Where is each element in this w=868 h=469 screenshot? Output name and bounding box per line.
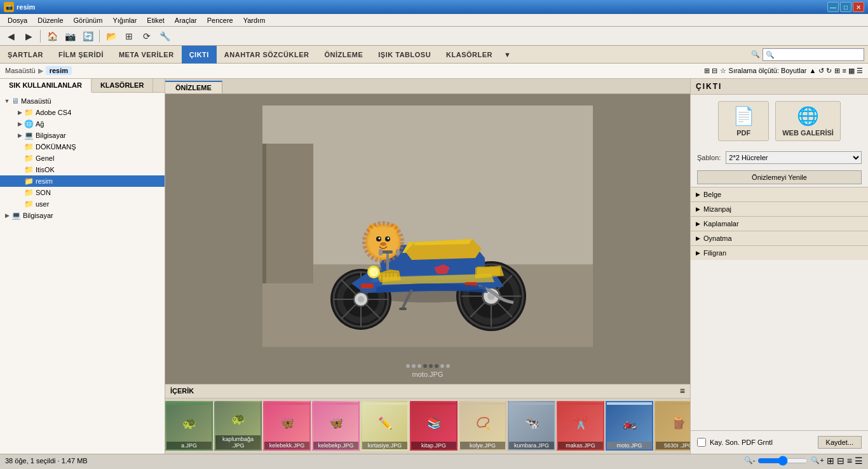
camera-button[interactable]: 📷 xyxy=(62,29,78,44)
window-title: resim xyxy=(17,3,827,11)
refresh-button[interactable]: 🔄 xyxy=(79,29,96,44)
thumb-label-a: a.JPG xyxy=(166,442,212,449)
tab-klasorler[interactable]: KLASÖRLER xyxy=(438,46,500,64)
statusbar: 38 öğe, 1 seçildi · 1.47 MB 🔍- 🔍+ ⊞ ⊟ ≡ … xyxy=(0,454,868,466)
forward-button[interactable]: ▶ xyxy=(20,29,37,44)
back-button[interactable]: ◀ xyxy=(3,29,19,44)
zoom-slider[interactable] xyxy=(757,457,808,465)
arrow-button[interactable]: ⟳ xyxy=(139,29,155,44)
tab-meta[interactable]: META VERİLER xyxy=(111,46,182,64)
section-arrow-kaplamalar: ▶ xyxy=(696,221,700,227)
svg-point-44 xyxy=(379,238,381,240)
tree-expand-ag[interactable]: ▶ xyxy=(15,121,24,127)
tree-item-itisok[interactable]: 📁 ItisOK xyxy=(0,164,165,175)
search-input[interactable] xyxy=(763,48,864,61)
folder-view-button[interactable]: 📂 xyxy=(103,29,119,44)
tab-isik[interactable]: IŞIK TABLOSU xyxy=(370,46,438,64)
status-view-1[interactable]: ⊞ xyxy=(827,456,834,466)
tab-onizleme[interactable]: ÖNİZLEME xyxy=(316,46,370,64)
section-header-oynatma[interactable]: ▶ Oynatma xyxy=(691,231,868,245)
web-gallery-button[interactable]: 🌐 WEB GALERİSİ xyxy=(775,101,841,141)
minimize-button[interactable]: — xyxy=(827,2,839,12)
preview-tab[interactable]: ÖNİZLEME xyxy=(165,81,222,93)
grid-button[interactable]: ⊞ xyxy=(121,29,137,44)
menu-pencere[interactable]: Pencere xyxy=(202,15,238,25)
thumb-kelebekk[interactable]: 🦋 kelebekk.JPG xyxy=(263,401,311,451)
thumb-kirtasiye[interactable]: ✏️ kırtasiye.JPG xyxy=(361,401,409,451)
thumb-label-kaplumbaga: kaplumbağa .JPG xyxy=(215,435,261,449)
pdf-label: PDF xyxy=(736,129,750,137)
tree-label-son: SON xyxy=(36,189,51,196)
tree-expand-masaustu[interactable]: ▼ xyxy=(3,98,11,104)
status-icon-minus[interactable]: 🔍- xyxy=(744,456,756,465)
maximize-button[interactable]: □ xyxy=(840,2,851,12)
tab-sartlar[interactable]: ŞARTLAR xyxy=(0,46,51,64)
tree-item-bilgisayar1[interactable]: ▶ 💻 Bilgisayar xyxy=(0,130,165,141)
section-label-oynatma: Oynatma xyxy=(703,234,732,242)
section-filigran: ▶ Filigran xyxy=(691,245,868,260)
tab-anahtar[interactable]: ANAHTAR SÖZCÜKLER xyxy=(217,46,317,64)
tab-film[interactable]: FİLM ŞERİDİ xyxy=(51,46,111,64)
tree-item-resim[interactable]: 📁 resim xyxy=(0,175,165,187)
tree-expand-bilgisayar2[interactable]: ▶ xyxy=(3,212,11,219)
folder-icon-genel: 📁 xyxy=(24,154,34,163)
yenile-button[interactable]: Önizlemeyi Yenile xyxy=(697,170,862,184)
pdf-button[interactable]: 📄 PDF xyxy=(718,101,769,141)
tree-item-user[interactable]: 📁 user xyxy=(0,198,165,210)
tree-expand-bilgisayar1[interactable]: ▶ xyxy=(15,132,24,139)
menu-yardim[interactable]: Yardım xyxy=(238,15,271,25)
search-icon: 🔍 xyxy=(751,50,760,58)
thumb-kelebekp[interactable]: 🦋 kelebekp.JPG xyxy=(312,401,360,451)
status-view-4[interactable]: ☰ xyxy=(855,456,863,466)
thumb-kolye[interactable]: 📿 kolye.JPG xyxy=(459,401,506,451)
home-button[interactable]: 🏠 xyxy=(44,29,60,44)
tab-klasorler-left[interactable]: KLASÖRLER xyxy=(92,79,153,92)
status-icon-plus[interactable]: 🔍+ xyxy=(811,456,824,465)
tree-item-dokumans[interactable]: 📁 DÖKÜMANŞ xyxy=(0,141,165,153)
tree-item-genel[interactable]: 📁 Genel xyxy=(0,153,165,164)
tools-button[interactable]: 🔧 xyxy=(156,29,173,44)
tab-sik-kullanilanlar[interactable]: SIK KULLANILANLAR xyxy=(0,79,92,93)
tree-item-adobecs4[interactable]: ▶ 📁 Adobe CS4 xyxy=(0,107,165,118)
status-view-3[interactable]: ≡ xyxy=(847,456,852,466)
close-button[interactable]: ✕ xyxy=(853,2,864,12)
kaydet-button[interactable]: Kaydet... xyxy=(818,436,862,449)
thumb-kumbara[interactable]: 🐄 kumbara.JPG xyxy=(508,401,555,451)
sort-label[interactable]: Sıralama ölçütü: Boyutlar xyxy=(729,67,807,74)
sort-icons: ⊞ ⊟ xyxy=(704,67,717,75)
tree-label-dokumans: DÖKÜMANŞ xyxy=(36,143,76,151)
thumb-kitap[interactable]: 📚 kitap.JPG xyxy=(410,401,458,451)
menu-gorunum[interactable]: Görünüm xyxy=(69,15,108,25)
thumb-moto[interactable]: 🏍️ moto.JPG xyxy=(606,401,653,451)
thumb-a[interactable]: 🐢 a.JPG xyxy=(165,401,213,451)
section-header-kaplamalar[interactable]: ▶ Kaplamalar xyxy=(691,217,868,231)
footer-checkbox[interactable] xyxy=(697,438,706,447)
breadcrumb-desktop[interactable]: Masaüstü xyxy=(5,67,36,74)
breadcrumb-current[interactable]: resim xyxy=(46,66,72,75)
menu-yiginlar[interactable]: Yığınlar xyxy=(107,15,142,25)
network-icon-ag: 🌐 xyxy=(24,119,34,128)
tab-cikti[interactable]: ÇIKTI xyxy=(182,46,217,64)
tree-item-ag[interactable]: ▶ 🌐 Ağ xyxy=(0,118,165,130)
thumb-56301[interactable]: 🪵 5630I .JPG xyxy=(654,401,690,451)
thumb-makas[interactable]: ✂️ makas.JPG xyxy=(557,401,604,451)
tab-dropdown[interactable]: ▼ xyxy=(500,46,515,64)
section-header-filigran[interactable]: ▶ Filigran xyxy=(691,246,868,260)
menu-araclar[interactable]: Araçlar xyxy=(170,15,202,25)
section-header-belge[interactable]: ▶ Belge xyxy=(691,187,868,201)
thumb-kaplumbaga[interactable]: 🐢 kaplumbağa .JPG xyxy=(214,401,262,451)
preview-area xyxy=(165,94,690,358)
menu-dosya[interactable]: Dosya xyxy=(3,15,32,25)
tree-item-masaustu[interactable]: ▼ 🖥 Masaüstü xyxy=(0,95,165,107)
tree-item-bilgisayar2[interactable]: ▶ 💻 Bilgisayar xyxy=(0,210,165,221)
tree-item-son[interactable]: 📁 SON xyxy=(0,187,165,198)
menu-duzenle[interactable]: Düzenle xyxy=(32,15,68,25)
status-view-2[interactable]: ⊟ xyxy=(837,456,844,466)
tree-expand-adobe[interactable]: ▶ xyxy=(15,109,24,116)
sort-asc-icon[interactable]: ▲ xyxy=(809,67,816,74)
sablon-select[interactable]: 2*2 Hücreler 3*3 Hücreler 4*4 Hücreler xyxy=(726,151,862,164)
menu-etiket[interactable]: Etiket xyxy=(142,15,170,25)
section-oynatma: ▶ Oynatma xyxy=(691,231,868,245)
content-header-icon[interactable]: ≡ xyxy=(680,386,685,396)
section-header-mizanpaj[interactable]: ▶ Mizanpaj xyxy=(691,202,868,216)
